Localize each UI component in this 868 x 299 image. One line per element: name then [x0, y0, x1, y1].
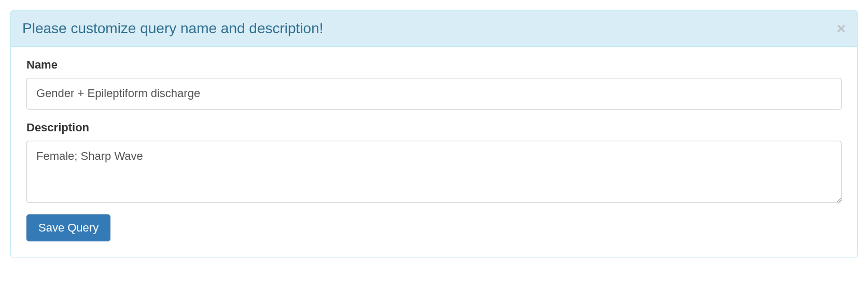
- description-group: Description: [26, 121, 842, 203]
- close-icon[interactable]: ×: [836, 21, 846, 36]
- save-query-button[interactable]: Save Query: [26, 214, 110, 241]
- description-label: Description: [26, 121, 842, 134]
- name-input[interactable]: [26, 78, 842, 110]
- name-label: Name: [26, 58, 842, 72]
- description-input[interactable]: [26, 141, 842, 203]
- name-group: Name: [26, 58, 842, 110]
- panel-heading: Please customize query name and descript…: [11, 11, 857, 47]
- panel-title: Please customize query name and descript…: [22, 20, 324, 37]
- query-customize-panel: Please customize query name and descript…: [10, 10, 858, 257]
- panel-body: Name Description Save Query: [11, 47, 857, 257]
